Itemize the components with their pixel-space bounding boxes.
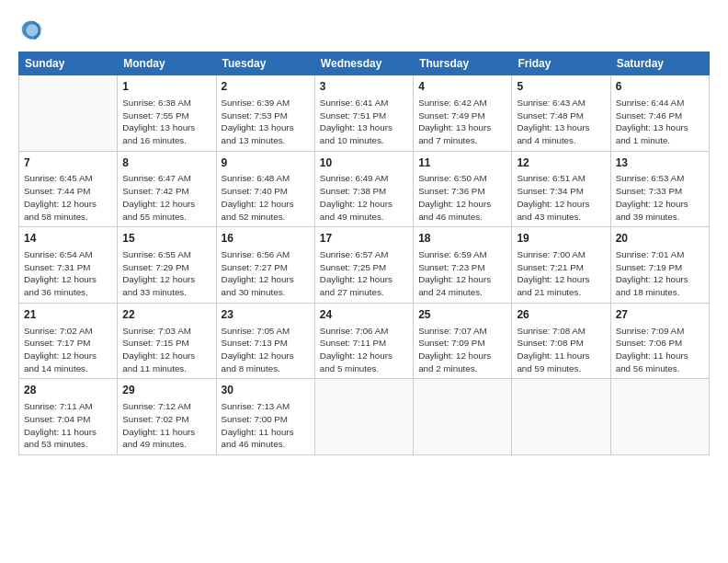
weekday-header-saturday: Saturday <box>610 52 709 75</box>
calendar-cell: 12Sunrise: 6:51 AM Sunset: 7:34 PM Dayli… <box>512 151 610 227</box>
calendar-cell: 13Sunrise: 6:53 AM Sunset: 7:33 PM Dayli… <box>610 151 709 227</box>
day-info: Sunrise: 7:03 AM Sunset: 7:15 PM Dayligh… <box>122 325 210 375</box>
weekday-header-friday: Friday <box>512 52 610 75</box>
calendar-cell <box>512 379 610 455</box>
day-number: 10 <box>320 155 408 171</box>
day-number: 2 <box>222 79 310 95</box>
day-number: 11 <box>418 155 506 171</box>
day-info: Sunrise: 6:41 AM Sunset: 7:51 PM Dayligh… <box>320 97 408 147</box>
day-info: Sunrise: 6:44 AM Sunset: 7:46 PM Dayligh… <box>616 97 704 147</box>
calendar-cell: 27Sunrise: 7:09 AM Sunset: 7:06 PM Dayli… <box>610 303 709 379</box>
calendar-cell: 26Sunrise: 7:08 AM Sunset: 7:08 PM Dayli… <box>512 303 610 379</box>
day-info: Sunrise: 6:45 AM Sunset: 7:44 PM Dayligh… <box>24 172 112 223</box>
calendar-cell: 9Sunrise: 6:48 AM Sunset: 7:40 PM Daylig… <box>216 151 314 227</box>
day-number: 15 <box>122 231 210 247</box>
weekday-header-tuesday: Tuesday <box>216 52 314 75</box>
header <box>18 17 710 42</box>
calendar-cell: 28Sunrise: 7:11 AM Sunset: 7:04 PM Dayli… <box>19 379 118 455</box>
day-info: Sunrise: 7:11 AM Sunset: 7:04 PM Dayligh… <box>24 400 112 451</box>
day-info: Sunrise: 7:05 AM Sunset: 7:13 PM Dayligh… <box>222 325 310 375</box>
calendar-week-row-4: 21Sunrise: 7:02 AM Sunset: 7:17 PM Dayli… <box>19 303 710 379</box>
day-number: 12 <box>517 155 605 171</box>
day-number: 22 <box>122 307 210 323</box>
calendar-cell: 6Sunrise: 6:44 AM Sunset: 7:46 PM Daylig… <box>610 75 709 152</box>
weekday-header-thursday: Thursday <box>414 52 512 75</box>
day-number: 3 <box>320 79 408 95</box>
day-info: Sunrise: 7:06 AM Sunset: 7:11 PM Dayligh… <box>320 325 408 375</box>
day-number: 26 <box>517 307 605 323</box>
logo-icon <box>18 17 44 42</box>
day-number: 21 <box>24 307 112 323</box>
calendar-cell: 11Sunrise: 6:50 AM Sunset: 7:36 PM Dayli… <box>414 151 512 227</box>
calendar-cell: 17Sunrise: 6:57 AM Sunset: 7:25 PM Dayli… <box>314 227 413 304</box>
day-number: 7 <box>24 155 112 171</box>
day-info: Sunrise: 7:01 AM Sunset: 7:19 PM Dayligh… <box>616 248 704 299</box>
calendar-cell: 3Sunrise: 6:41 AM Sunset: 7:51 PM Daylig… <box>314 75 413 152</box>
day-number: 1 <box>122 79 210 95</box>
day-number: 23 <box>222 307 310 323</box>
day-info: Sunrise: 7:08 AM Sunset: 7:08 PM Dayligh… <box>517 325 605 375</box>
day-info: Sunrise: 6:39 AM Sunset: 7:53 PM Dayligh… <box>222 97 310 147</box>
day-number: 6 <box>616 79 704 95</box>
day-info: Sunrise: 6:47 AM Sunset: 7:42 PM Dayligh… <box>122 172 210 223</box>
day-number: 14 <box>24 231 112 247</box>
calendar-cell: 15Sunrise: 6:55 AM Sunset: 7:29 PM Dayli… <box>118 227 216 304</box>
day-info: Sunrise: 6:57 AM Sunset: 7:25 PM Dayligh… <box>320 248 408 299</box>
calendar-week-row-5: 28Sunrise: 7:11 AM Sunset: 7:04 PM Dayli… <box>19 379 710 455</box>
day-number: 19 <box>517 231 605 247</box>
day-number: 13 <box>616 155 704 171</box>
calendar-cell <box>610 379 709 455</box>
logo <box>18 17 50 42</box>
calendar-week-row-2: 7Sunrise: 6:45 AM Sunset: 7:44 PM Daylig… <box>19 151 710 227</box>
day-number: 29 <box>122 383 210 398</box>
day-info: Sunrise: 6:53 AM Sunset: 7:33 PM Dayligh… <box>616 172 704 223</box>
day-info: Sunrise: 7:02 AM Sunset: 7:17 PM Dayligh… <box>24 325 112 375</box>
weekday-header-wednesday: Wednesday <box>314 52 413 75</box>
calendar-cell: 23Sunrise: 7:05 AM Sunset: 7:13 PM Dayli… <box>216 303 314 379</box>
page: SundayMondayTuesdayWednesdayThursdayFrid… <box>0 0 728 563</box>
day-info: Sunrise: 7:13 AM Sunset: 7:00 PM Dayligh… <box>222 400 310 451</box>
calendar-cell <box>314 379 413 455</box>
day-number: 24 <box>320 307 408 323</box>
day-number: 9 <box>222 155 310 171</box>
calendar-table: SundayMondayTuesdayWednesdayThursdayFrid… <box>18 52 710 455</box>
calendar-week-row-3: 14Sunrise: 6:54 AM Sunset: 7:31 PM Dayli… <box>19 227 710 304</box>
calendar-cell: 14Sunrise: 6:54 AM Sunset: 7:31 PM Dayli… <box>19 227 118 304</box>
calendar-cell: 18Sunrise: 6:59 AM Sunset: 7:23 PM Dayli… <box>414 227 512 304</box>
weekday-header-monday: Monday <box>118 52 216 75</box>
calendar-cell: 25Sunrise: 7:07 AM Sunset: 7:09 PM Dayli… <box>414 303 512 379</box>
day-number: 20 <box>616 231 704 247</box>
calendar-cell: 5Sunrise: 6:43 AM Sunset: 7:48 PM Daylig… <box>512 75 610 152</box>
day-info: Sunrise: 6:49 AM Sunset: 7:38 PM Dayligh… <box>320 172 408 223</box>
day-info: Sunrise: 7:12 AM Sunset: 7:02 PM Dayligh… <box>122 400 210 451</box>
calendar-cell: 8Sunrise: 6:47 AM Sunset: 7:42 PM Daylig… <box>118 151 216 227</box>
calendar-header-row: SundayMondayTuesdayWednesdayThursdayFrid… <box>19 52 710 75</box>
day-number: 4 <box>418 79 506 95</box>
day-info: Sunrise: 6:59 AM Sunset: 7:23 PM Dayligh… <box>418 248 506 299</box>
day-info: Sunrise: 6:43 AM Sunset: 7:48 PM Dayligh… <box>517 97 605 147</box>
calendar-cell: 29Sunrise: 7:12 AM Sunset: 7:02 PM Dayli… <box>118 379 216 455</box>
day-info: Sunrise: 6:50 AM Sunset: 7:36 PM Dayligh… <box>418 172 506 223</box>
day-info: Sunrise: 6:54 AM Sunset: 7:31 PM Dayligh… <box>24 248 112 299</box>
day-info: Sunrise: 6:55 AM Sunset: 7:29 PM Dayligh… <box>122 248 210 299</box>
calendar-cell: 10Sunrise: 6:49 AM Sunset: 7:38 PM Dayli… <box>314 151 413 227</box>
calendar-cell: 20Sunrise: 7:01 AM Sunset: 7:19 PM Dayli… <box>610 227 709 304</box>
day-info: Sunrise: 7:07 AM Sunset: 7:09 PM Dayligh… <box>418 325 506 375</box>
day-number: 28 <box>24 383 112 398</box>
day-info: Sunrise: 6:51 AM Sunset: 7:34 PM Dayligh… <box>517 172 605 223</box>
calendar-week-row-1: 1Sunrise: 6:38 AM Sunset: 7:55 PM Daylig… <box>19 75 710 152</box>
day-info: Sunrise: 6:56 AM Sunset: 7:27 PM Dayligh… <box>222 248 310 299</box>
calendar-cell: 1Sunrise: 6:38 AM Sunset: 7:55 PM Daylig… <box>118 75 216 152</box>
day-info: Sunrise: 6:42 AM Sunset: 7:49 PM Dayligh… <box>418 97 506 147</box>
day-number: 30 <box>222 383 310 398</box>
calendar-cell: 22Sunrise: 7:03 AM Sunset: 7:15 PM Dayli… <box>118 303 216 379</box>
calendar-cell <box>19 75 118 152</box>
day-number: 18 <box>418 231 506 247</box>
calendar-cell: 30Sunrise: 7:13 AM Sunset: 7:00 PM Dayli… <box>216 379 314 455</box>
day-info: Sunrise: 7:09 AM Sunset: 7:06 PM Dayligh… <box>616 325 704 375</box>
calendar-cell: 24Sunrise: 7:06 AM Sunset: 7:11 PM Dayli… <box>314 303 413 379</box>
day-number: 17 <box>320 231 408 247</box>
day-number: 5 <box>517 79 605 95</box>
weekday-header-sunday: Sunday <box>19 52 118 75</box>
calendar-cell: 7Sunrise: 6:45 AM Sunset: 7:44 PM Daylig… <box>19 151 118 227</box>
